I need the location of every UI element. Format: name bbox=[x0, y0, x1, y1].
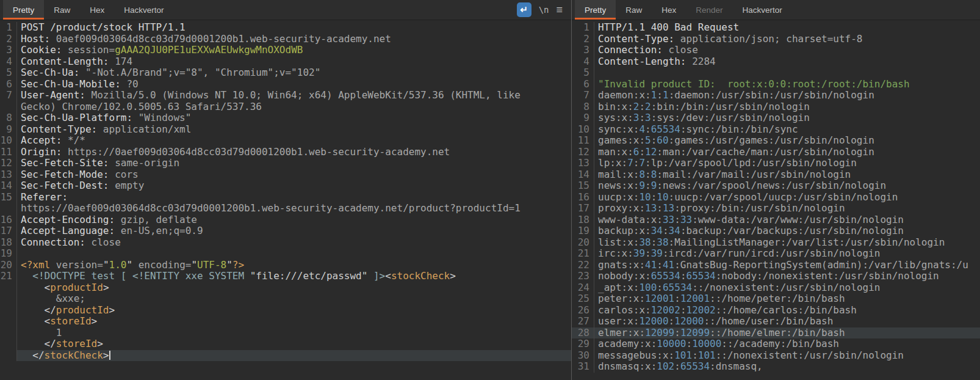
code-segment: 41 bbox=[645, 260, 657, 271]
code-line: peter:x:12001:12001::/home/peter:/bin/ba… bbox=[594, 293, 980, 305]
code-line: _apt:x:100:65534::/nonexistent:/usr/sbin… bbox=[594, 282, 980, 294]
editor-row: 28elmer:x:12099:12099::/home/elmer:/bin/… bbox=[572, 327, 980, 339]
response-editor[interactable]: 1HTTP/1.1 400 Bad Request2Content-Type: … bbox=[572, 20, 980, 379]
code-segment: encoding= bbox=[132, 260, 191, 271]
code-line: HTTP/1.1 400 Bad Request bbox=[594, 22, 980, 34]
line-number: 18 bbox=[572, 214, 594, 226]
line-number: 10 bbox=[572, 124, 594, 136]
editor-row: 8bin:x:2:2:bin:/bin:/usr/sbin/nologin bbox=[572, 101, 980, 113]
code-segment: 12001 bbox=[645, 293, 674, 304]
tab-pretty[interactable]: Pretty bbox=[575, 0, 616, 20]
tab-pretty[interactable]: Pretty bbox=[3, 0, 44, 20]
tab-render[interactable]: Render bbox=[686, 0, 732, 20]
line-number: 11 bbox=[572, 135, 594, 147]
code-segment: : bbox=[686, 338, 693, 349]
tab-hackvertor[interactable]: Hackvertor bbox=[733, 0, 792, 20]
line-number: 18 bbox=[0, 237, 16, 249]
code-line: daemon:x:1:1:daemon:/usr/sbin:/usr/sbin/… bbox=[594, 90, 980, 101]
code-segment: Sec-Fetch-Site: bbox=[21, 158, 109, 169]
editor-row: 21irc:x:39:39:ircd:/var/run/ircd:/usr/sb… bbox=[572, 248, 980, 260]
code-segment: lp:x: bbox=[598, 158, 627, 169]
code-line: dnsmasq:x:102:65534:dnsmasq, bbox=[594, 361, 980, 373]
code-segment: > bbox=[103, 350, 109, 361]
code-segment: : bbox=[651, 192, 657, 203]
code-segment: 13 bbox=[663, 203, 674, 214]
code-segment: :lp:/var/spool/lpd:/usr/sbin/nologin bbox=[645, 158, 857, 169]
code-line bbox=[594, 67, 980, 79]
code-line: </storeId> bbox=[16, 338, 571, 350]
code-segment: uucp:x: bbox=[598, 192, 639, 203]
code-line: https://0aef009d03064d8cc03d79d0001200b1… bbox=[16, 203, 571, 214]
code-segment: :games:/usr/games:/usr/sbin/nologin bbox=[669, 135, 874, 146]
code-segment: 65534 bbox=[686, 271, 716, 282]
code-segment: < bbox=[21, 282, 50, 293]
code-segment: backup:x: bbox=[598, 225, 651, 236]
code-segment: : bbox=[645, 169, 651, 180]
line-number: 20 bbox=[0, 260, 16, 271]
editor-row: 11Origin: https://0aef009d03064d8cc03d79… bbox=[0, 147, 571, 158]
code-line: elmer:x:12099:12099::/home/elmer:/bin/ba… bbox=[594, 327, 980, 339]
code-segment: 1 bbox=[663, 90, 669, 101]
editor-row: 15news:x:9:9:news:/var/spool/news:/usr/s… bbox=[572, 180, 980, 192]
editor-row: 17Accept-Language: en-US,en;q=0.9 bbox=[0, 225, 571, 237]
tab-hackvertor[interactable]: Hackvertor bbox=[114, 0, 173, 20]
code-line: sys:x:3:3:sys:/dev:/usr/sbin/nologin bbox=[594, 112, 980, 124]
code-line: Sec-Fetch-Mode: cors bbox=[16, 169, 571, 181]
menu-icon[interactable]: ≡ bbox=[556, 4, 563, 16]
code-line: <?xml version="1.0" encoding="UTF-8"?> bbox=[16, 260, 571, 271]
code-segment: 12 bbox=[645, 147, 657, 158]
code-line: backup:x:34:34:backup:/var/backups:/usr/… bbox=[594, 225, 980, 237]
code-segment: :GnatsBug-ReportingSystem(admin):/var/li… bbox=[674, 260, 968, 271]
editor-row: 20list:x:38:38:MailingListManager:/var/l… bbox=[572, 237, 980, 249]
code-line: Accept-Language: en-US,en;q=0.9 bbox=[16, 225, 571, 237]
editor-row: 4Content-Length: 2284 bbox=[572, 56, 980, 68]
tab-raw[interactable]: Raw bbox=[44, 0, 80, 20]
tab-raw[interactable]: Raw bbox=[616, 0, 652, 20]
code-segment: <?xml bbox=[21, 260, 50, 271]
code-segment: 33 bbox=[663, 214, 674, 225]
line-number: 25 bbox=[572, 293, 594, 305]
line-number: 23 bbox=[572, 271, 594, 282]
code-segment: man:x: bbox=[598, 147, 633, 158]
code-segment: gzip, deflate bbox=[115, 214, 197, 225]
request-editor[interactable]: 1POST /product/stock HTTP/1.12Host: 0aef… bbox=[0, 20, 571, 379]
line-number: 19 bbox=[572, 225, 594, 237]
code-segment: : bbox=[680, 305, 686, 316]
editor-row: 6"Invalid product ID: root:x:0:0:root:/r… bbox=[572, 79, 980, 90]
code-segment: Gecko) Chrome/102.0.5005.63 Safari/537.3… bbox=[21, 101, 262, 112]
editor-row: 14mail:x:8:8:mail:/var/mail:/usr/sbin/no… bbox=[572, 169, 980, 181]
code-segment: 38 bbox=[657, 237, 668, 248]
text-caret bbox=[109, 351, 110, 360]
newline-chars-icon[interactable]: \n bbox=[539, 5, 549, 15]
word-wrap-icon[interactable]: ↵ bbox=[517, 2, 531, 17]
line-number: 9 bbox=[0, 124, 16, 136]
code-segment: ::/nonexistent:/usr/sbin/nologin bbox=[716, 350, 904, 361]
tab-hex[interactable]: Hex bbox=[80, 0, 114, 20]
editor-row: 13lp:x:7:7:lp:/var/spool/lpd:/usr/sbin/n… bbox=[572, 158, 980, 169]
tab-hex[interactable]: Hex bbox=[652, 0, 686, 20]
code-line: 1 bbox=[16, 327, 571, 339]
code-segment: Cookie: bbox=[21, 45, 62, 56]
editor-row: 7daemon:x:1:1:daemon:/usr/sbin:/usr/sbin… bbox=[572, 90, 980, 101]
editor-row: 11games:x:5:60:games:/usr/games:/usr/sbi… bbox=[572, 135, 980, 147]
code-segment: < bbox=[21, 316, 50, 327]
code-line: messagebus:x:101:101::/nonexistent:/usr/… bbox=[594, 350, 980, 362]
code-segment: sync:x: bbox=[598, 124, 639, 135]
code-segment: : bbox=[651, 135, 657, 146]
code-segment: 13 bbox=[645, 203, 657, 214]
code-segment: peter:x: bbox=[598, 293, 645, 304]
code-segment: games:x: bbox=[598, 135, 645, 146]
code-segment: : bbox=[633, 158, 640, 169]
line-number: 7 bbox=[0, 90, 16, 101]
line-number: 2 bbox=[0, 34, 16, 45]
code-segment: :www-data:/var/www:/usr/sbin/nologin bbox=[692, 214, 904, 225]
line-number: 14 bbox=[0, 180, 16, 192]
line-number: 5 bbox=[572, 67, 594, 79]
code-segment: "Windows" bbox=[132, 112, 191, 123]
line-number: 17 bbox=[0, 225, 16, 237]
editor-row: 18www-data:x:33:33:www-data:/var/www:/us… bbox=[572, 214, 980, 226]
editor-row: 21 <!DOCTYPE test [ <!ENTITY xxe SYSTEM … bbox=[0, 271, 571, 282]
code-segment: Referer: bbox=[21, 192, 68, 203]
editor-row: 20<?xml version="1.0" encoding="UTF-8"?> bbox=[0, 260, 571, 271]
code-segment: 6 bbox=[633, 147, 640, 158]
